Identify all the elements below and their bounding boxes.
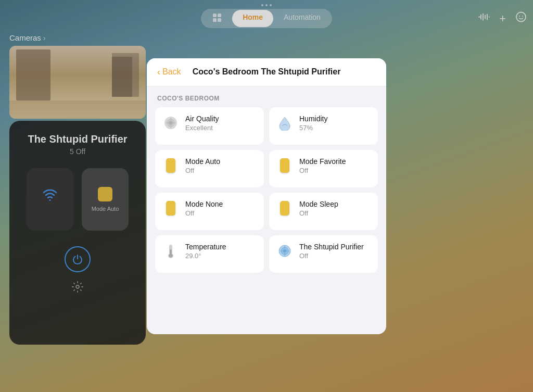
mode-none-icon bbox=[162, 200, 179, 217]
purifier-text: The Shtupid Purifier Off bbox=[299, 243, 371, 260]
cards-grid: Air Quality Excellent Humidity 57% bbox=[155, 107, 378, 273]
svg-point-21 bbox=[283, 249, 286, 252]
modal-body: COCO'S BEDROOM bbox=[147, 86, 386, 334]
mode-auto-subtitle: Off bbox=[185, 167, 257, 174]
card-mode-favorite[interactable]: Mode Favorite Off bbox=[269, 150, 378, 187]
back-chevron-icon: ‹ bbox=[157, 67, 160, 78]
air-quality-icon bbox=[162, 115, 179, 131]
mode-sleep-icon bbox=[276, 200, 293, 217]
card-mode-none[interactable]: Mode None Off bbox=[155, 193, 264, 230]
purifier-subtitle: Off bbox=[299, 252, 371, 260]
modal-overlay: ‹ Back Coco's Bedroom The Shtupid Purifi… bbox=[0, 0, 533, 392]
mode-sleep-subtitle: Off bbox=[299, 209, 371, 217]
card-mode-auto[interactable]: Mode Auto Off bbox=[155, 150, 264, 187]
modal-title: Coco's Bedroom The Shtupid Purifier bbox=[193, 67, 341, 77]
section-label: COCO'S BEDROOM bbox=[155, 95, 378, 102]
card-purifier[interactable]: The Shtupid Purifier Off bbox=[269, 235, 378, 273]
mode-favorite-subtitle: Off bbox=[299, 167, 371, 174]
humidity-title: Humidity bbox=[299, 115, 371, 123]
temperature-text: Temperature 29.0° bbox=[185, 243, 257, 260]
mode-sleep-text: Mode Sleep Off bbox=[299, 200, 371, 217]
mode-favorite-text: Mode Favorite Off bbox=[299, 157, 371, 174]
humidity-icon bbox=[276, 115, 293, 131]
mode-auto-title: Mode Auto bbox=[185, 157, 257, 166]
card-mode-sleep[interactable]: Mode Sleep Off bbox=[269, 193, 378, 230]
air-quality-subtitle: Excellent bbox=[185, 124, 257, 132]
mode-none-text: Mode None Off bbox=[185, 200, 257, 217]
modal: ‹ Back Coco's Bedroom The Shtupid Purifi… bbox=[147, 58, 386, 334]
temperature-icon bbox=[162, 243, 179, 259]
modal-header: ‹ Back Coco's Bedroom The Shtupid Purifi… bbox=[147, 58, 386, 86]
purifier-icon bbox=[276, 243, 293, 259]
temperature-title: Temperature bbox=[185, 243, 257, 251]
back-button[interactable]: ‹ Back bbox=[157, 67, 181, 78]
back-label: Back bbox=[162, 67, 181, 77]
air-quality-title: Air Quality bbox=[185, 115, 257, 123]
mode-none-title: Mode None bbox=[185, 200, 257, 208]
card-temperature[interactable]: Temperature 29.0° bbox=[155, 235, 264, 273]
mode-none-subtitle: Off bbox=[185, 209, 257, 217]
temperature-subtitle: 29.0° bbox=[185, 252, 257, 260]
card-humidity[interactable]: Humidity 57% bbox=[269, 107, 378, 145]
card-air-quality[interactable]: Air Quality Excellent bbox=[155, 107, 264, 145]
mode-sleep-title: Mode Sleep bbox=[299, 200, 371, 208]
mode-auto-icon bbox=[162, 157, 179, 174]
mode-favorite-title: Mode Favorite bbox=[299, 157, 371, 166]
mode-auto-text: Mode Auto Off bbox=[185, 157, 257, 174]
humidity-subtitle: 57% bbox=[299, 124, 371, 132]
svg-point-18 bbox=[169, 254, 173, 257]
mode-favorite-icon bbox=[276, 157, 293, 174]
purifier-title: The Shtupid Purifier bbox=[299, 243, 371, 251]
air-quality-text: Air Quality Excellent bbox=[185, 115, 257, 132]
humidity-text: Humidity 57% bbox=[299, 115, 371, 132]
